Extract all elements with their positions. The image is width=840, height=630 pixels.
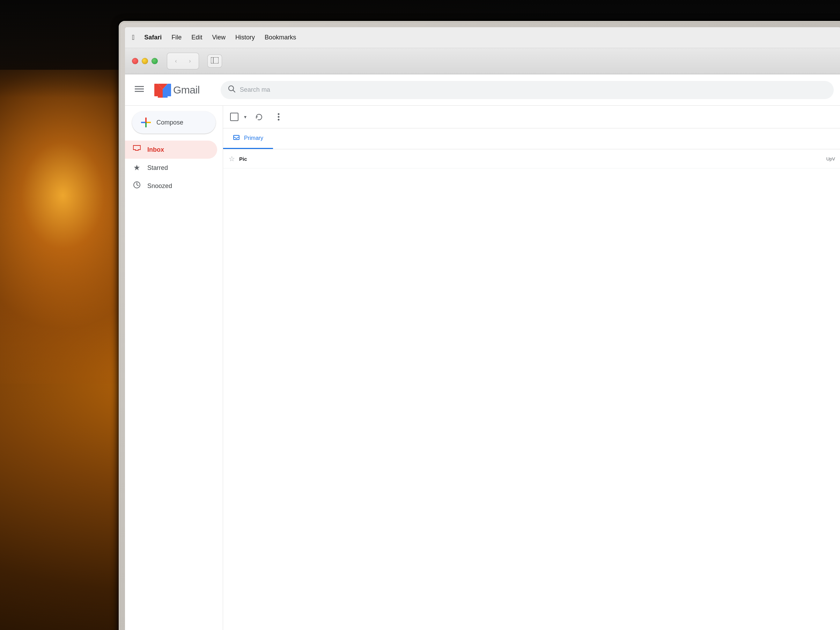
primary-tab-label: Primary [244,135,263,141]
safari-menu-item[interactable]: Safari [144,34,162,41]
compose-plus-icon [141,118,151,127]
traffic-lights [132,58,158,64]
laptop-frame:  Safari File Edit View History Bookmark… [119,21,840,630]
edit-menu-item[interactable]: Edit [191,34,202,41]
macos-menubar:  Safari File Edit View History Bookmark… [125,27,840,48]
safari-window: ‹ › [125,48,840,630]
nav-group: ‹ › [167,53,199,69]
more-options-button[interactable] [272,110,286,124]
back-icon: ‹ [175,58,177,64]
snoozed-label: Snoozed [147,183,172,190]
gmail-main: ▾ [223,106,840,630]
primary-tab-icon [233,134,240,143]
gmail-m-icon [154,82,172,98]
refresh-button[interactable] [252,110,266,124]
safari-toolbar: ‹ › [125,48,840,74]
svg-rect-6 [154,84,158,96]
forward-button[interactable]: › [183,54,197,68]
snoozed-icon [132,181,142,191]
sidebar-icon [211,57,219,65]
svg-line-9 [233,90,235,92]
sidebar-item-inbox[interactable]: Inbox [125,140,217,159]
starred-icon: ★ [132,163,142,172]
gmail-search-bar[interactable]: Search ma [221,81,834,99]
svg-rect-0 [211,57,219,63]
inbox-label: Inbox [147,146,164,153]
svg-point-13 [278,119,279,121]
gmail-tabs: Primary [223,128,840,149]
sidebar-item-starred[interactable]: ★ Starred [125,159,217,177]
maximize-button[interactable] [152,58,158,64]
svg-point-12 [278,116,279,118]
history-menu-item[interactable]: History [235,34,255,41]
apple-menu-item[interactable]:  [132,33,134,41]
select-all-checkbox[interactable] [230,113,238,121]
laptop-bezel:  Safari File Edit View History Bookmark… [119,21,840,630]
gmail-body: Compose Inbox [125,106,840,630]
file-menu-item[interactable]: File [171,34,182,41]
compose-button[interactable]: Compose [132,111,216,134]
svg-point-11 [278,113,279,115]
starred-label: Starred [147,164,168,172]
sidebar-toggle-button[interactable] [207,54,222,68]
back-button[interactable]: ‹ [169,54,183,68]
forward-icon: › [189,58,191,64]
gmail-logo: Gmail [154,82,200,98]
gmail-topbar: Gmail Search ma [125,74,840,106]
gmail-label: Gmail [173,84,200,96]
minimize-button[interactable] [142,58,148,64]
search-icon [228,85,236,95]
tab-primary[interactable]: Primary [223,128,273,149]
table-row[interactable]: ☆ Pic UpV [223,149,840,169]
hamburger-menu-button[interactable] [132,83,147,97]
email-time: UpV [826,156,835,162]
close-button[interactable] [132,58,138,64]
view-menu-item[interactable]: View [212,34,226,41]
email-sender: Pic [239,156,302,162]
star-icon[interactable]: ☆ [229,154,235,163]
select-dropdown-button[interactable]: ▾ [244,114,246,120]
sidebar-item-snoozed[interactable]: Snoozed [125,177,217,195]
search-placeholder-text: Search ma [240,86,270,93]
gmail-sidebar: Compose Inbox [125,106,223,630]
inbox-icon [132,145,142,154]
gmail-action-toolbar: ▾ [223,106,840,128]
gmail-content: Gmail Search ma [125,74,840,630]
bookmarks-menu-item[interactable]: Bookmarks [265,34,296,41]
screen-area:  Safari File Edit View History Bookmark… [125,27,840,630]
compose-label: Compose [156,119,183,126]
svg-rect-7 [167,84,171,96]
